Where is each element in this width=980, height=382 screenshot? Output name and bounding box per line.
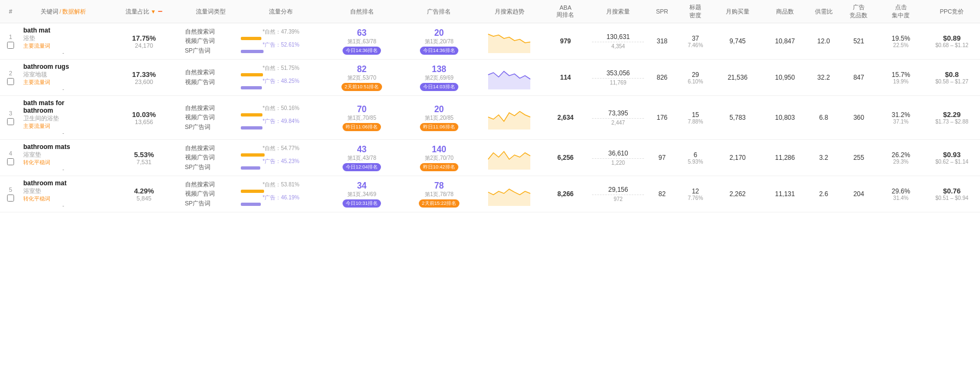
natural-bar: [241, 73, 263, 76]
aba-cell: 6,256: [541, 140, 590, 176]
traffic-dist-cell: *自然：47.39% *广告：52.61%: [239, 23, 323, 60]
keywords-table: # 关键词 / 数据解析 流量占比 ▼: [0, 0, 980, 212]
spr-cell: 176: [646, 96, 678, 140]
sort-icon: ▼: [150, 9, 156, 15]
th-click-focus: 点击 集中度: [878, 0, 924, 23]
organic-rank-cell: 63 第1页,63/78 今日14:36排名: [323, 23, 400, 60]
th-monthly-search: 月搜索量: [590, 0, 646, 23]
products-cell: 11,286: [762, 140, 807, 176]
monthly-search-cell: 36,610 1,220: [590, 140, 646, 176]
traffic-type-cell: 自然搜索词视频广告词SP广告词: [183, 176, 239, 212]
trend-cell: [478, 23, 541, 60]
slash-sep: /: [60, 9, 61, 15]
traffic-pct-cell: 17.33% 23,600: [106, 60, 183, 96]
th-products: 商品数: [762, 0, 807, 23]
ad-products-cell: 521: [839, 23, 878, 60]
table-row: 4 bathroom mats 浴室垫 转化平稳词 - 5.53% 7,531 …: [0, 140, 980, 176]
click-focus-cell: 31.2% 37.1%: [878, 96, 924, 140]
keyword-cell: bathroom mats 浴室垫 转化平稳词 -: [21, 140, 106, 176]
th-traffic-pct[interactable]: 流量占比 ▼: [106, 0, 183, 23]
density-cell: 6 5.93%: [678, 140, 713, 176]
spr-cell: 97: [646, 140, 678, 176]
keyword-cell: bathroom mat 浴室垫 转化平稳词 -: [21, 176, 106, 212]
click-focus-cell: 26.2% 29.3%: [878, 140, 924, 176]
th-supply: 供需比: [808, 0, 839, 23]
th-aba: ABA 周排名: [541, 0, 590, 23]
monthly-buy-cell: 21,536: [713, 60, 762, 96]
ad-bar: [241, 203, 261, 206]
main-table-container: # 关键词 / 数据解析 流量占比 ▼: [0, 0, 980, 382]
th-ad-products: 广告 竞品数: [839, 0, 878, 23]
ad-rank-cell: 140 第2页,70/70 昨日10:42排名: [400, 140, 478, 176]
row-checkbox[interactable]: [7, 78, 14, 85]
supply-cell: 6.8: [808, 96, 839, 140]
ad-products-cell: 360: [839, 96, 878, 140]
keyword-cell: bath mat 浴垫 主要流量词 -: [21, 23, 106, 60]
ad-rank-cell: 20 第1页,20/78 今日14:36排名: [400, 23, 478, 60]
th-trend: 月搜索趋势: [478, 0, 541, 23]
svg-marker-1: [488, 71, 530, 89]
traffic-dist-cell: *自然：50.16% *广告：49.84%: [239, 96, 323, 140]
click-focus-cell: 19.5% 22.5%: [878, 23, 924, 60]
supply-cell: 3.2: [808, 140, 839, 176]
row-checkbox[interactable]: [7, 158, 14, 165]
row-checkbox[interactable]: [7, 42, 14, 49]
monthly-search-cell: 130,631 4,354: [590, 23, 646, 60]
supply-cell: 2.6: [808, 176, 839, 212]
traffic-pct-cell: 10.03% 13,656: [106, 96, 183, 140]
ppc-cell: $2.29 $1.73 – $2.88: [924, 96, 980, 140]
monthly-search-cell: 29,156 972: [590, 176, 646, 212]
traffic-dist-cell: *自然：51.75% *广告：48.25%: [239, 60, 323, 96]
ad-rank-cell: 20 第1页,20/85 昨日11:06排名: [400, 96, 478, 140]
trend-cell: [478, 140, 541, 176]
th-keyword: 关键词 / 数据解析: [21, 0, 106, 23]
trend-cell: [478, 96, 541, 140]
ppc-cell: $0.93 $0.62 – $1.14: [924, 140, 980, 176]
natural-bar: [241, 37, 261, 40]
density-cell: 15 7.88%: [678, 96, 713, 140]
products-cell: 11,131: [762, 176, 807, 212]
row-checkbox[interactable]: [7, 118, 14, 125]
row-num: 2: [0, 60, 21, 96]
monthly-buy-cell: 2,170: [713, 140, 762, 176]
keyword-cell: bath mats forbathroom 卫生间的浴垫 主要流量词 -: [21, 96, 106, 140]
ad-rank-cell: 78 第1页,78/78 2天前15:22排名: [400, 176, 478, 212]
th-spr: SPR: [646, 0, 678, 23]
natural-bar: [241, 113, 262, 116]
th-monthly-buy: 月购买量: [713, 0, 762, 23]
supply-cell: 32.2: [808, 60, 839, 96]
th-organic-rank: 自然排名: [323, 0, 400, 23]
traffic-type-cell: 自然搜索词视频广告词: [183, 60, 239, 96]
ad-products-cell: 255: [839, 140, 878, 176]
svg-marker-3: [488, 151, 530, 169]
row-num: 3: [0, 96, 21, 140]
ad-bar: [241, 126, 262, 130]
traffic-dist-cell: *自然：53.81% *广告：46.19%: [239, 176, 323, 212]
table-row: 5 bathroom mat 浴室垫 转化平稳词 - 4.29% 5,845 自…: [0, 176, 980, 212]
ad-products-cell: 204: [839, 176, 878, 212]
table-row: 3 bath mats forbathroom 卫生间的浴垫 主要流量词 - 1…: [0, 96, 980, 140]
keyword-cell: bathroom rugs 浴室地毯 主要流量词 -: [21, 60, 106, 96]
th-traffic-type: 流量词类型: [183, 0, 239, 23]
table-row: 2 bathroom rugs 浴室地毯 主要流量词 - 17.33% 23,6…: [0, 60, 980, 96]
row-checkbox[interactable]: [7, 195, 14, 202]
click-focus-cell: 29.6% 31.4%: [878, 176, 924, 212]
table-row: 1 bath mat 浴垫 主要流量词 - 17.75% 24,170 自然搜索…: [0, 23, 980, 60]
aba-cell: 979: [541, 23, 590, 60]
monthly-search-cell: 73,395 2,447: [590, 96, 646, 140]
trend-cell: [478, 60, 541, 96]
products-cell: 10,950: [762, 60, 807, 96]
traffic-pct-cell: 17.75% 24,170: [106, 23, 183, 60]
ad-bar: [241, 50, 264, 53]
monthly-search-cell: 353,056 11,769: [590, 60, 646, 96]
th-density: 标题 密度: [678, 0, 713, 23]
spr-cell: 318: [646, 23, 678, 60]
density-cell: 37 7.46%: [678, 23, 713, 60]
products-cell: 10,803: [762, 96, 807, 140]
aba-cell: 2,634: [541, 96, 590, 140]
ad-bar: [241, 86, 262, 89]
natural-bar: [241, 190, 264, 193]
ppc-cell: $0.76 $0.51 – $0.94: [924, 176, 980, 212]
organic-rank-cell: 34 第1页,34/69 今日10:31排名: [323, 176, 400, 212]
monthly-buy-cell: 2,262: [713, 176, 762, 212]
